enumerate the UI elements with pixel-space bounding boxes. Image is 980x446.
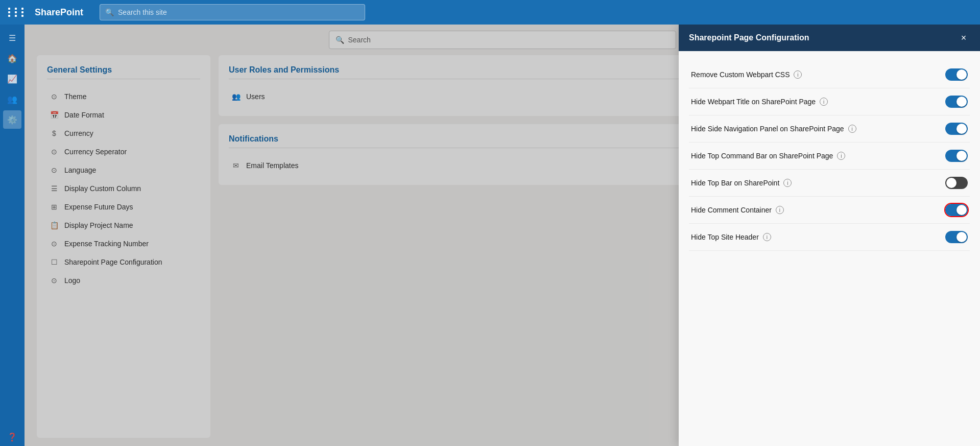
toggle-switch-2[interactable]: [945, 123, 968, 135]
info-icon[interactable]: i: [783, 179, 792, 187]
info-icon[interactable]: i: [794, 71, 802, 79]
config-row: Hide Side Navigation Panel on SharePoint…: [689, 115, 970, 143]
config-label: Hide Top Command Bar on SharePoint Page …: [691, 152, 845, 160]
config-label: Remove Custom Webpart CSS i: [691, 71, 802, 79]
toggle-switch-0[interactable]: [945, 68, 968, 81]
config-row: Hide Webpart Title on SharePoint Page i: [689, 88, 970, 115]
config-label: Hide Side Navigation Panel on SharePoint…: [691, 125, 856, 133]
config-label-text: Remove Custom Webpart CSS: [691, 71, 790, 79]
top-search-bar[interactable]: 🔍 Search this site: [100, 4, 365, 20]
top-bar-logo: SharePoint: [35, 7, 83, 18]
overlay-header: Sharepoint Page Configuration ×: [679, 25, 980, 51]
app-grid-icon[interactable]: [8, 8, 27, 17]
config-label: Hide Top Site Header i: [691, 233, 771, 241]
toggle-switch-4[interactable]: [945, 177, 968, 189]
sidebar-analytics-icon[interactable]: 📈: [3, 69, 21, 88]
info-icon[interactable]: i: [837, 152, 845, 160]
config-row: Hide Comment Container i: [689, 197, 970, 224]
config-label: Hide Comment Container i: [691, 206, 784, 214]
config-label-text: Hide Side Navigation Panel on SharePoint…: [691, 125, 844, 133]
sidebar-settings-icon[interactable]: ⚙️: [3, 110, 21, 129]
content-area: 🔍 Search General Settings ⊙ Theme 📅 Date…: [25, 25, 980, 446]
sidebar-menu-icon[interactable]: ☰: [3, 29, 21, 47]
config-row: Hide Top Command Bar on SharePoint Page …: [689, 143, 970, 170]
config-label: Hide Top Bar on SharePoint i: [691, 179, 792, 187]
sidebar-users-icon[interactable]: 👥: [3, 90, 21, 108]
toggle-switch-3[interactable]: [945, 150, 968, 162]
config-row: Hide Top Site Header i: [689, 224, 970, 251]
overlay-panel: Sharepoint Page Configuration × Remove C…: [679, 25, 980, 446]
top-bar: SharePoint 🔍 Search this site: [0, 0, 980, 25]
info-icon[interactable]: i: [776, 206, 784, 214]
config-row: Remove Custom Webpart CSS i: [689, 61, 970, 88]
config-label-text: Hide Webpart Title on SharePoint Page: [691, 98, 816, 106]
toggle-switch-6[interactable]: [945, 231, 968, 243]
top-search-placeholder: Search this site: [118, 8, 167, 16]
config-label-text: Hide Comment Container: [691, 206, 772, 214]
info-icon[interactable]: i: [820, 98, 828, 106]
search-icon: 🔍: [105, 8, 114, 16]
overlay-title: Sharepoint Page Configuration: [689, 33, 809, 42]
main-layout: ☰ 🏠 📈 👥 ⚙️ ❓ 🔍 Search General Settings ⊙…: [0, 25, 980, 446]
sidebar-home-icon[interactable]: 🏠: [3, 49, 21, 67]
config-label-text: Hide Top Command Bar on SharePoint Page: [691, 152, 833, 160]
info-icon[interactable]: i: [763, 233, 771, 241]
config-label-text: Hide Top Bar on SharePoint: [691, 179, 779, 187]
config-row: Hide Top Bar on SharePoint i: [689, 170, 970, 197]
overlay-content: Remove Custom Webpart CSS i Hide Webpart…: [679, 51, 980, 446]
sidebar-help-icon[interactable]: ❓: [3, 428, 21, 446]
config-label: Hide Webpart Title on SharePoint Page i: [691, 98, 828, 106]
toggle-switch-5[interactable]: [945, 204, 968, 216]
info-icon[interactable]: i: [848, 125, 856, 133]
config-label-text: Hide Top Site Header: [691, 233, 759, 241]
overlay-close-button[interactable]: ×: [958, 32, 970, 44]
config-rows-container: Remove Custom Webpart CSS i Hide Webpart…: [689, 61, 970, 251]
toggle-switch-1[interactable]: [945, 96, 968, 108]
icon-sidebar: ☰ 🏠 📈 👥 ⚙️ ❓: [0, 25, 25, 446]
